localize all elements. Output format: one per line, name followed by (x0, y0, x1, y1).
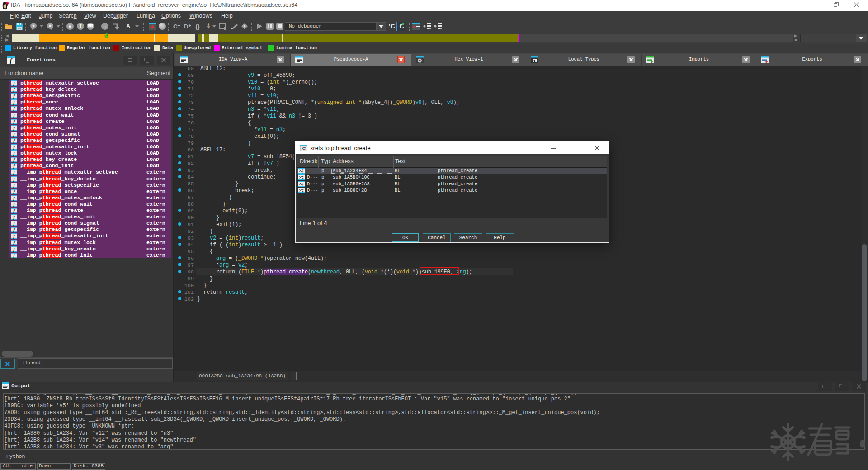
svg-text:t: t (533, 59, 536, 63)
